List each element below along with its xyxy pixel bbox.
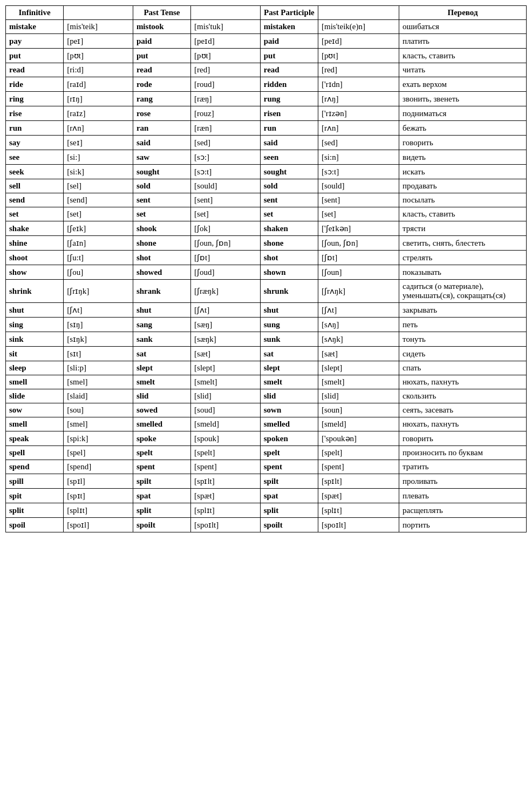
past-tense: read: [133, 63, 190, 77]
phonetic-2: [splɪt]: [191, 503, 261, 518]
phonetic-1: [sel]: [64, 179, 133, 193]
infinitive: sell: [6, 179, 64, 193]
past-participle: sought: [260, 165, 318, 179]
translation: стрелять: [399, 251, 527, 265]
past-participle: shaken: [260, 221, 318, 236]
past-participle: smelled: [260, 417, 318, 431]
past-participle: sent: [260, 193, 318, 207]
infinitive: say: [6, 136, 64, 150]
past-participle: sat: [260, 347, 318, 361]
header-past-participle: Past Participle: [260, 6, 318, 20]
past-tense: spoilt: [133, 518, 190, 532]
infinitive: put: [6, 49, 64, 63]
translation: говорить: [399, 136, 527, 150]
phonetic-2: [spouk]: [191, 431, 261, 446]
table-row: shine[ʃaɪn]shone[ʃoun, ʃɒn]shone[ʃoun, ʃ…: [6, 236, 527, 251]
past-tense: shut: [133, 303, 190, 318]
infinitive: sit: [6, 347, 64, 361]
phonetic-1: [seɪ]: [64, 136, 133, 150]
infinitive: sow: [6, 403, 64, 417]
phonetic-3: [ʃoun, ʃɒn]: [318, 236, 399, 251]
infinitive: spoil: [6, 518, 64, 532]
past-tense: shook: [133, 221, 190, 236]
infinitive: pay: [6, 34, 64, 49]
header-ph1: [64, 6, 133, 20]
table-row: slide[slaid]slid[slid]slid[slid]скользит…: [6, 389, 527, 403]
past-participle: spent: [260, 460, 318, 474]
translation: показывать: [399, 265, 527, 280]
infinitive: shine: [6, 236, 64, 251]
translation: продавать: [399, 179, 527, 193]
table-row: shake[ʃeɪk]shook[ʃok]shaken['ʃeɪkən]тряс…: [6, 221, 527, 236]
phonetic-1: [mis'teik]: [64, 20, 133, 34]
table-row: show[ʃou]showed[ʃoud]shown[ʃoun]показыва…: [6, 265, 527, 280]
translation: расщеплять: [399, 503, 527, 518]
phonetic-3: [soun]: [318, 403, 399, 417]
past-participle: rung: [260, 92, 318, 106]
phonetic-3: [mis'teik(e)n]: [318, 20, 399, 34]
translation: тратить: [399, 460, 527, 474]
translation: подниматься: [399, 106, 527, 121]
phonetic-3: [set]: [318, 207, 399, 221]
table-row: spend[spend]spent[spent]spent[spent]трат…: [6, 460, 527, 474]
translation: портить: [399, 518, 527, 532]
infinitive: shoot: [6, 251, 64, 265]
phonetic-3: ['rɪzən]: [318, 106, 399, 121]
phonetic-3: [red]: [318, 63, 399, 77]
phonetic-1: [send]: [64, 193, 133, 207]
past-tense: sent: [133, 193, 190, 207]
translation: бежать: [399, 121, 527, 136]
phonetic-1: [raɪz]: [64, 106, 133, 121]
phonetic-2: [ræn]: [191, 121, 261, 136]
translation: петь: [399, 318, 527, 332]
phonetic-2: [sæt]: [191, 347, 261, 361]
table-row: spit[spɪt]spat[spæt]spat[spæt]плевать: [6, 489, 527, 503]
translation: звонить, звенеть: [399, 92, 527, 106]
phonetic-2: [mis'tuk]: [191, 20, 261, 34]
phonetic-2: [ʃoud]: [191, 265, 261, 280]
infinitive: show: [6, 265, 64, 280]
past-participle: run: [260, 121, 318, 136]
translation: сеять, засевать: [399, 403, 527, 417]
infinitive: send: [6, 193, 64, 207]
phonetic-3: [sʌŋ]: [318, 318, 399, 332]
phonetic-2: [spæt]: [191, 489, 261, 503]
phonetic-3: [sæt]: [318, 347, 399, 361]
phonetic-2: [sɔ:]: [191, 150, 261, 165]
phonetic-2: [soud]: [191, 403, 261, 417]
table-row: speak[spi:k]spoke[spouk]spoken['spoukən]…: [6, 431, 527, 446]
phonetic-3: [sʌŋk]: [318, 332, 399, 347]
infinitive: rise: [6, 106, 64, 121]
table-row: pay[peɪ]paid[peɪd]paid[peɪd]платить: [6, 34, 527, 49]
infinitive: ring: [6, 92, 64, 106]
translation: искать: [399, 165, 527, 179]
past-participle: mistaken: [260, 20, 318, 34]
phonetic-2: [spelt]: [191, 446, 261, 460]
past-tense: sank: [133, 332, 190, 347]
table-row: split[splɪt]split[splɪt]split[splɪt]расщ…: [6, 503, 527, 518]
phonetic-2: [ræŋ]: [191, 92, 261, 106]
past-tense: smelled: [133, 417, 190, 431]
past-tense: sang: [133, 318, 190, 332]
translation: сидеть: [399, 347, 527, 361]
past-participle: sold: [260, 179, 318, 193]
phonetic-3: [rʌn]: [318, 121, 399, 136]
phonetic-3: [si:n]: [318, 150, 399, 165]
past-participle: slept: [260, 361, 318, 375]
phonetic-3: [spelt]: [318, 446, 399, 460]
translation: тонуть: [399, 332, 527, 347]
phonetic-2: [spɪlt]: [191, 474, 261, 489]
phonetic-1: [ʃou]: [64, 265, 133, 280]
past-participle: put: [260, 49, 318, 63]
phonetic-2: [smeld]: [191, 417, 261, 431]
past-participle: spoilt: [260, 518, 318, 532]
translation: нюхать, пахнуть: [399, 417, 527, 431]
translation: плевать: [399, 489, 527, 503]
phonetic-2: [ʃɒt]: [191, 251, 261, 265]
infinitive: sink: [6, 332, 64, 347]
translation: спать: [399, 361, 527, 375]
table-row: sow[sou]sowed[soud]sown[soun]сеять, засе…: [6, 403, 527, 417]
phonetic-3: ['ʃeɪkən]: [318, 221, 399, 236]
past-participle: set: [260, 207, 318, 221]
irregular-verbs-table: Infinitive Past Tense Past Participle Пе…: [5, 5, 527, 532]
